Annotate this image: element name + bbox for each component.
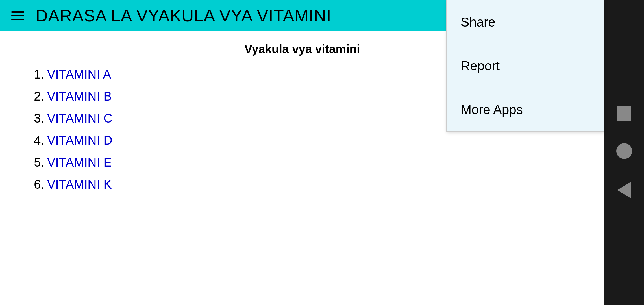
menu-item-more-apps[interactable]: More Apps: [447, 88, 604, 131]
page-title-text: Vyakula vya vitamini: [244, 42, 360, 56]
list-item[interactable]: 5.VITAMINI E: [34, 155, 588, 169]
circle-button[interactable]: [616, 143, 632, 159]
nav-bar: [604, 0, 644, 305]
dropdown-menu: ShareReportMore Apps: [446, 0, 604, 132]
back-button[interactable]: [617, 182, 631, 199]
menu-item-report[interactable]: Report: [447, 44, 604, 88]
list-item-number: 3.: [34, 111, 44, 125]
list-item-label: VITAMINI A: [47, 67, 111, 81]
list-item[interactable]: 4.VITAMINI D: [34, 133, 588, 147]
header-title: DARASA LA VYAKULA VYA VITAMINI: [36, 6, 331, 25]
list-item-number: 2.: [34, 89, 44, 103]
list-item-number: 1.: [34, 67, 44, 81]
list-item-number: 4.: [34, 133, 44, 147]
list-item-label: VITAMINI K: [47, 177, 112, 191]
list-item[interactable]: 6.VITAMINI K: [34, 177, 588, 191]
list-item-label: VITAMINI D: [47, 133, 112, 147]
square-button[interactable]: [617, 106, 631, 121]
list-item-label: VITAMINI C: [47, 111, 112, 125]
app-area: DARASA LA VYAKULA VYA VITAMINI Vyakula v…: [0, 0, 604, 305]
list-item-number: 6.: [34, 177, 44, 191]
hamburger-icon[interactable]: [11, 11, 24, 20]
list-item-label: VITAMINI E: [47, 155, 112, 169]
list-item-number: 5.: [34, 155, 44, 169]
list-item-label: VITAMINI B: [47, 89, 112, 103]
menu-item-share[interactable]: Share: [447, 0, 604, 44]
